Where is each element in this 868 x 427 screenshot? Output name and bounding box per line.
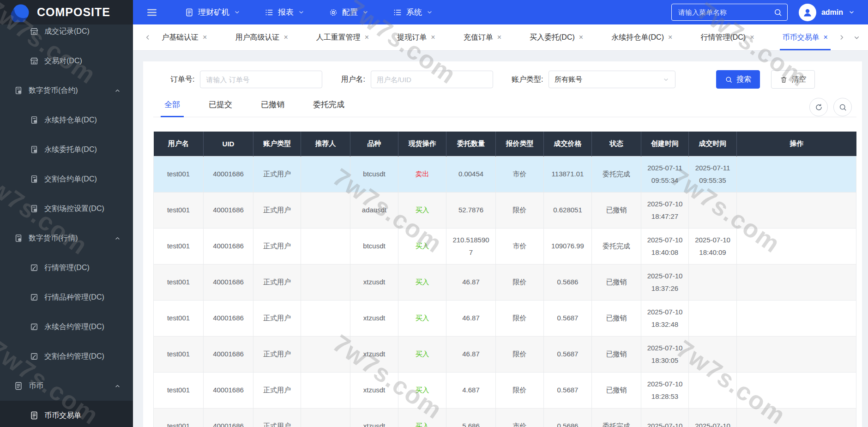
cell-completed [689,337,737,373]
cell-status: 已撤销 [592,301,641,337]
col-header-uid: UID [204,132,253,156]
tabs-scroll-left-icon[interactable] [144,34,151,41]
col-header-status: 状态 [592,132,641,156]
search-button[interactable]: 搜索 [716,70,760,89]
tab-8[interactable]: 行情管理(DC)× [700,24,754,50]
cell-status: 委托完成 [592,409,641,427]
sidebar-item-3[interactable]: 数字货币(合约) [0,76,133,105]
nav-menu-4[interactable]: 系统 [393,7,433,18]
sidebar-item-1[interactable]: 成交记录(DC) [0,24,133,46]
user-menu[interactable]: admin [799,4,855,21]
close-icon[interactable]: × [365,34,369,41]
table-row: test00140001686正式用户xtzusdt买入46.87限价0.568… [154,265,856,301]
tabs-dropdown-icon[interactable] [853,34,861,42]
table-row: test00140001686正式用户btcusdt卖出0.00454市价113… [154,156,856,192]
col-header-action: 现货操作 [398,132,446,156]
sidebar-item-5[interactable]: 永续委托单(DC) [0,135,133,164]
tabs-scroll-right-icon[interactable] [838,34,845,41]
sidebar-item-6[interactable]: 交割合约单(DC) [0,164,133,194]
caret-up-icon [114,87,121,94]
cell-created: 2025-07-10 18:37:26 [641,265,689,301]
account-type-select[interactable]: 所有账号 [549,71,675,88]
sidebar-item-4[interactable]: 永续持仓单(DC) [0,105,133,135]
close-icon[interactable]: × [668,34,672,41]
table-row: test00140001686正式用户adausdt买入52.7876限价0.6… [154,192,856,229]
tab-label: 提现订单 [397,33,427,42]
nav-menu-label: 报表 [278,7,294,18]
clear-button[interactable]: 清空 [771,70,815,89]
close-icon[interactable]: × [824,34,828,41]
refresh-button[interactable] [809,98,828,116]
tab-9[interactable]: 币币交易单× [783,24,828,50]
hamburger-icon[interactable] [146,6,158,18]
sidebar-item-11[interactable]: 永续合约管理(DC) [0,312,133,342]
table-row: test00140001686正式用户xtzusdt买入5.686市价0.568… [154,409,856,427]
close-icon[interactable]: × [750,34,754,41]
cell-ops [737,301,856,337]
status-tab-3[interactable]: 已撤销 [261,99,284,110]
order-no-input[interactable] [200,71,322,88]
cell-status: 委托完成 [592,229,641,265]
cell-symbol: xtzusdt [350,337,398,373]
cell-ops [737,192,856,229]
tab-7[interactable]: 永续持仓单(DC)× [611,24,672,50]
nav-menu-3[interactable]: 配置 [329,7,369,18]
filter-row: 订单号: 用户名: 账户类型: 所有账号 [170,71,856,88]
search-icon[interactable] [773,8,783,17]
cell-uid: 40001686 [204,265,253,301]
nav-menu-1[interactable]: 理财矿机 [185,7,241,18]
list-icon [265,8,274,17]
sidebar-item-10[interactable]: 行情品种管理(DC) [0,283,133,312]
cell-symbol: xtzusdt [350,265,398,301]
username-input[interactable] [371,71,493,88]
nav-menus: 理财矿机报表配置系统 [185,7,433,18]
logo-icon [11,3,30,22]
cell-action: 买入 [398,229,446,265]
status-tab-4[interactable]: 委托完成 [313,99,344,110]
col-header-created: 创建时间 [641,132,689,156]
tab-2[interactable]: 用户高级认证× [235,24,288,50]
close-icon[interactable]: × [497,34,501,41]
edit-icon [30,263,39,272]
menu-search-box [671,4,788,21]
sidebar-item-2[interactable]: 交易对(DC) [0,46,133,76]
close-icon[interactable]: × [203,34,207,41]
cell-uid: 40001686 [204,229,253,265]
sidebar-item-12[interactable]: 交割合约管理(DC) [0,342,133,371]
close-icon[interactable]: × [431,34,435,41]
col-header-ops: 操作 [737,132,856,156]
sidebar-item-label: 币币 [29,381,43,391]
cell-account_type: 正式用户 [253,373,301,409]
top-navbar: COMPOSITE 理财矿机报表配置系统 admin [0,0,868,24]
sidebar-item-14[interactable]: 币币交易单 [0,401,133,427]
cell-created: 2025-07-10 18:30:05 [641,337,689,373]
sidebar-item-label: 永续委托单(DC) [44,145,97,155]
sidebar-item-9[interactable]: 行情管理(DC) [0,253,133,283]
close-icon[interactable]: × [579,34,583,41]
status-tab-2[interactable]: 已提交 [209,99,232,110]
cell-price: 109076.99 [544,229,592,265]
nav-menu-2[interactable]: 报表 [265,7,305,18]
close-icon[interactable]: × [283,34,288,41]
cell-account_type: 正式用户 [253,229,301,265]
tab-3[interactable]: 人工重置管理× [316,24,369,50]
tab-4[interactable]: 提现订单× [397,24,435,50]
tab-6[interactable]: 买入委托(DC)× [530,24,583,50]
main-content: 户基础认证×用户高级认证×人工重置管理×提现订单×充值订单×买入委托(DC)×永… [133,24,868,427]
cell-symbol: btcusdt [350,229,398,265]
sidebar-item-13[interactable]: 币币 [0,371,133,401]
sidebar-item-7[interactable]: 交割场控设置(DC) [0,194,133,223]
cell-status: 已撤销 [592,373,641,409]
doc-icon [185,8,194,17]
status-tab-1[interactable]: 全部 [164,99,180,110]
tab-1[interactable]: 户基础认证× [162,24,207,50]
caret-down-icon [298,9,305,16]
tab-5[interactable]: 充值订单× [464,24,501,50]
cell-symbol: xtzusdt [350,373,398,409]
menu-search-input[interactable] [677,8,773,17]
sidebar-item-8[interactable]: 数字货币(行情) [0,223,133,253]
cell-symbol: btcusdt [350,156,398,192]
cell-completed: 2025-07-11 09:55:35 [689,156,737,192]
column-search-button[interactable] [833,98,852,116]
cell-username: test001 [154,156,204,192]
